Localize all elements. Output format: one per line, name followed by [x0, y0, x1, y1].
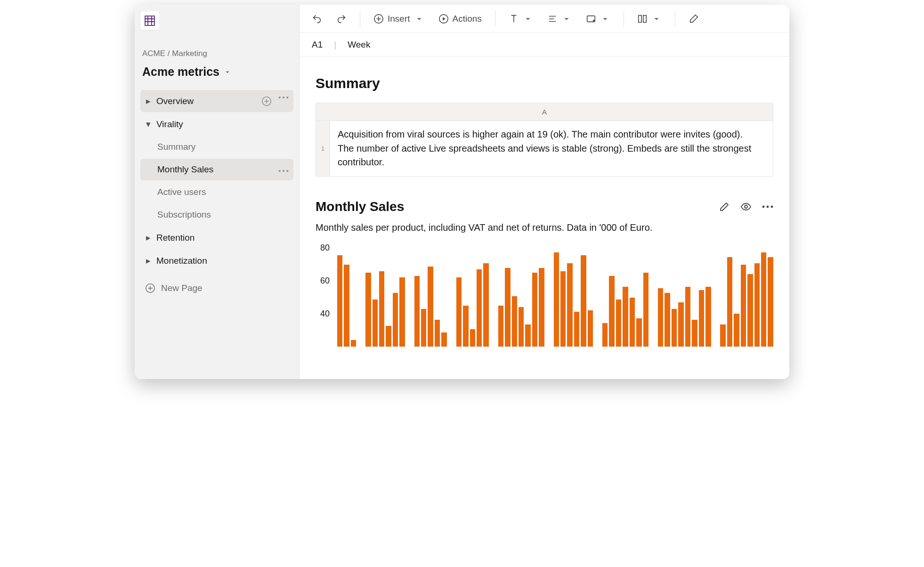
bar[interactable] [734, 314, 739, 347]
bar[interactable] [643, 273, 648, 347]
bar[interactable] [365, 273, 371, 347]
bar[interactable] [678, 302, 683, 346]
bar[interactable] [519, 307, 524, 346]
bar[interactable] [512, 296, 517, 347]
cell-ref[interactable]: A1 [312, 40, 323, 50]
bar[interactable] [441, 332, 446, 347]
bar[interactable] [351, 340, 356, 346]
sidebar-item-label: Subscriptions [157, 210, 211, 220]
sidebar-subitem-summary[interactable]: Summary [140, 136, 293, 158]
bar[interactable] [768, 257, 773, 347]
bar[interactable] [477, 269, 482, 346]
workspace-title-row[interactable]: Acme metrics [140, 62, 293, 87]
bar[interactable] [747, 274, 753, 346]
bar[interactable] [699, 290, 704, 347]
bar[interactable] [761, 252, 766, 347]
bar[interactable] [399, 277, 405, 347]
bar[interactable] [379, 271, 384, 347]
bar[interactable] [630, 298, 635, 346]
bar[interactable] [337, 255, 342, 346]
new-page-button[interactable]: New Page [140, 276, 293, 300]
bar[interactable] [665, 293, 670, 346]
align-button[interactable] [543, 10, 576, 28]
undo-button[interactable] [307, 10, 327, 28]
bar[interactable] [685, 287, 690, 347]
bar[interactable] [692, 320, 697, 347]
layout-button[interactable] [632, 10, 666, 28]
bar[interactable] [344, 265, 349, 346]
bar[interactable] [421, 309, 426, 347]
bar[interactable] [463, 306, 468, 347]
bar[interactable] [581, 255, 586, 346]
row-header-1[interactable]: 1 [316, 121, 330, 176]
more-icon[interactable] [278, 96, 289, 99]
text-style-button[interactable] [504, 10, 538, 28]
sidebar-item-label: Monthly Sales [157, 164, 213, 175]
toolbar-label: Insert [388, 14, 410, 24]
sidebar-item-overview[interactable]: ▸ Overview [140, 90, 293, 112]
cell-style-button[interactable] [581, 10, 615, 28]
bar[interactable] [567, 263, 572, 347]
sidebar-item-monetization[interactable]: ▸ Monetization [140, 250, 293, 272]
bar[interactable] [705, 287, 711, 347]
sidebar-subitem-monthly-sales[interactable]: Monthly Sales [140, 159, 293, 180]
bar[interactable] [560, 271, 566, 347]
bar[interactable] [393, 293, 398, 346]
align-icon [547, 14, 558, 24]
bar[interactable] [483, 263, 488, 347]
more-icon[interactable] [762, 205, 773, 208]
bar[interactable] [720, 324, 725, 347]
bar[interactable] [532, 273, 537, 347]
bar[interactable] [539, 268, 544, 347]
bar[interactable] [498, 306, 503, 347]
summary-cell[interactable]: Acquisition from viral sources is higher… [330, 121, 773, 176]
svg-point-15 [745, 205, 747, 208]
sidebar-item-retention[interactable]: ▸ Retention [140, 227, 293, 249]
cell-value[interactable]: Week [348, 40, 370, 50]
divider [675, 11, 675, 27]
bar[interactable] [428, 267, 433, 347]
insert-button[interactable]: Insert [369, 10, 429, 28]
svg-point-7 [286, 170, 288, 172]
bar[interactable] [525, 324, 530, 347]
sidebar-subitem-subscriptions[interactable]: Subscriptions [140, 204, 293, 226]
bar[interactable] [623, 287, 628, 347]
plus-circle-icon [373, 14, 384, 24]
bar[interactable] [373, 300, 378, 347]
breadcrumb[interactable]: ACME / Marketing [140, 48, 293, 59]
app-logo[interactable] [140, 11, 159, 30]
bar[interactable] [616, 300, 621, 347]
bar[interactable] [435, 320, 440, 347]
sidebar-subitem-active-users[interactable]: Active users [140, 181, 293, 203]
chart-subtitle: Monthly sales per product, including VAT… [316, 221, 773, 235]
bar[interactable] [386, 326, 391, 346]
bar[interactable] [602, 323, 608, 347]
bar[interactable] [741, 265, 746, 346]
bar[interactable] [672, 309, 677, 347]
plus-circle-icon [145, 283, 155, 293]
svg-point-17 [767, 205, 769, 208]
bar[interactable] [414, 276, 420, 347]
eye-icon[interactable] [740, 201, 752, 212]
actions-button[interactable]: Actions [434, 10, 486, 28]
svg-rect-13 [639, 15, 641, 22]
bar[interactable] [636, 318, 641, 347]
bar[interactable] [470, 329, 475, 347]
redo-button[interactable] [332, 10, 351, 28]
bar[interactable] [609, 276, 614, 347]
bar[interactable] [574, 312, 579, 346]
bar[interactable] [588, 310, 593, 347]
divider: | [334, 40, 336, 50]
bar[interactable] [456, 277, 462, 347]
bar[interactable] [658, 288, 663, 346]
bar[interactable] [754, 263, 760, 347]
bar[interactable] [554, 252, 559, 347]
bar[interactable] [727, 257, 732, 347]
column-header-a[interactable]: A [316, 103, 773, 121]
edit-icon[interactable] [719, 201, 730, 212]
more-icon[interactable] [278, 170, 289, 172]
bar[interactable] [505, 268, 510, 347]
plus-circle-icon[interactable] [261, 96, 272, 106]
clear-format-button[interactable] [684, 10, 704, 28]
sidebar-item-virality[interactable]: ▾ Virality [140, 113, 293, 135]
